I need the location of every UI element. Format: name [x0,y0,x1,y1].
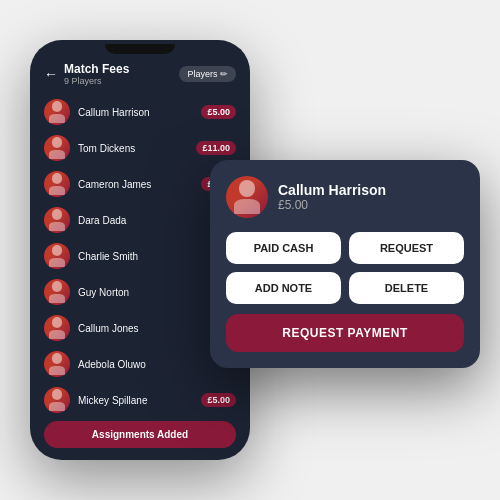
amount-badge: £5.00 [201,105,236,119]
amount-badge: £11.00 [196,141,236,155]
popup-card: Callum Harrison £5.00 PAID CASH REQUEST … [210,160,480,368]
player-name: Cameron James [78,179,193,190]
avatar [44,171,70,197]
scene: ← Match Fees 9 Players Players ✏ Callum … [20,20,480,480]
assignments-added-button[interactable]: Assignments Added [44,421,236,448]
players-button[interactable]: Players ✏ [179,66,236,82]
player-row[interactable]: Mickey Spillane£5.00 [30,382,250,415]
popup-avatar [226,176,268,218]
delete-button[interactable]: DELETE [349,272,464,304]
avatar [44,207,70,233]
player-name: Callum Harrison [78,107,193,118]
avatar [44,243,70,269]
amount-badge: £5.00 [201,393,236,407]
avatar [44,279,70,305]
header-title: Match Fees [64,62,179,76]
back-arrow-icon[interactable]: ← [44,66,58,82]
player-name: Tom Dickens [78,143,188,154]
avatar [44,351,70,377]
popup-header: Callum Harrison £5.00 [226,176,464,218]
avatar [44,135,70,161]
popup-user-amount: £5.00 [278,198,386,212]
avatar [44,99,70,125]
avatar [44,315,70,341]
popup-actions: PAID CASH REQUEST ADD NOTE DELETE [226,232,464,304]
header-title-group: Match Fees 9 Players [64,62,179,86]
request-payment-button[interactable]: REQUEST PAYMENT [226,314,464,352]
avatar [44,387,70,413]
paid-cash-button[interactable]: PAID CASH [226,232,341,264]
player-row[interactable]: Callum Harrison£5.00 [30,94,250,130]
phone-notch [105,44,175,54]
phone-header: ← Match Fees 9 Players Players ✏ [30,54,250,90]
header-subtitle: 9 Players [64,76,179,86]
player-row[interactable]: Tom Dickens£11.00 [30,130,250,166]
request-button[interactable]: REQUEST [349,232,464,264]
popup-user-info: Callum Harrison £5.00 [278,182,386,212]
add-note-button[interactable]: ADD NOTE [226,272,341,304]
player-name: Mickey Spillane [78,395,193,406]
popup-user-name: Callum Harrison [278,182,386,198]
